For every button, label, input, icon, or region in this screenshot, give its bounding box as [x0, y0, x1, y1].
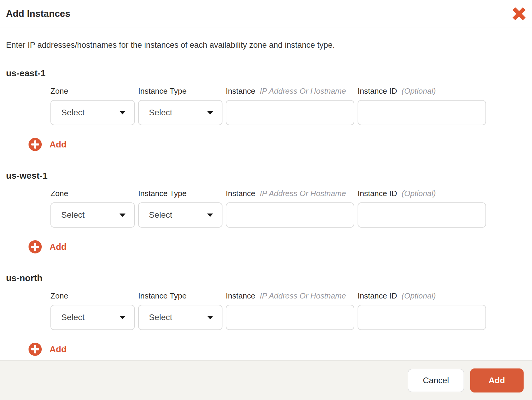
instance-type-field: Instance Type Select — [138, 189, 222, 228]
instance-id-field: Instance ID (Optional) — [358, 86, 486, 125]
modal-description: Enter IP addresses/hostnames for the ins… — [6, 40, 526, 50]
instance-label: Instance — [226, 291, 255, 301]
instance-type-select-value: Select — [149, 313, 172, 322]
instance-hint: IP Address Or Hostname — [260, 189, 346, 198]
modal-footer: Cancel Add — [0, 360, 532, 400]
instance-input[interactable] — [226, 305, 354, 330]
instance-input[interactable] — [226, 100, 354, 125]
zone-label: Zone — [50, 189, 68, 198]
instance-type-select-value: Select — [149, 108, 172, 117]
instance-fields-row: Zone Select Instance Type Select — [50, 291, 526, 330]
instance-type-select-value: Select — [149, 210, 172, 220]
plus-circle-icon — [29, 138, 42, 151]
zone-label: Zone — [50, 291, 68, 301]
zone-section-us-north: us-north Zone Select Instance Type — [6, 273, 526, 356]
instance-id-hint: (Optional) — [402, 86, 436, 96]
close-button[interactable] — [511, 6, 527, 22]
instance-id-field: Instance ID (Optional) — [358, 189, 486, 228]
zone-section-title: us-north — [6, 273, 526, 283]
zone-field: Zone Select — [50, 189, 135, 228]
add-link-label: Add — [50, 344, 66, 354]
instance-label: Instance — [226, 189, 255, 198]
zone-section-us-east-1: us-east-1 Zone Select Instance Typ — [6, 68, 526, 151]
zone-select-value: Select — [61, 313, 85, 322]
instance-id-label: Instance ID — [358, 291, 397, 301]
chevron-down-icon — [207, 315, 213, 320]
instance-label: Instance — [226, 86, 255, 96]
instance-type-label: Instance Type — [138, 291, 186, 301]
add-link-label: Add — [50, 140, 66, 150]
zone-field: Zone Select — [50, 86, 135, 125]
chevron-down-icon — [207, 111, 213, 115]
instance-field: Instance IP Address Or Hostname — [226, 291, 354, 330]
instance-input[interactable] — [226, 202, 354, 228]
chevron-down-icon — [119, 315, 126, 320]
zone-select[interactable]: Select — [50, 100, 135, 125]
add-instance-link[interactable]: Add — [29, 138, 66, 151]
instance-id-hint: (Optional) — [402, 189, 436, 198]
instance-field: Instance IP Address Or Hostname — [226, 86, 354, 125]
instance-type-field: Instance Type Select — [138, 86, 222, 125]
close-icon — [512, 8, 526, 20]
instance-field: Instance IP Address Or Hostname — [226, 189, 354, 228]
instance-id-label: Instance ID — [358, 189, 397, 198]
zone-select-value: Select — [61, 108, 85, 117]
instance-type-select[interactable]: Select — [138, 202, 222, 228]
zone-label: Zone — [50, 86, 68, 96]
instance-id-input[interactable] — [358, 305, 486, 330]
instance-fields-row: Zone Select Instance Type Select — [50, 189, 526, 228]
zone-section-title: us-east-1 — [6, 68, 526, 79]
plus-circle-icon — [29, 343, 42, 356]
instance-id-label: Instance ID — [358, 86, 397, 96]
zone-section-us-west-1: us-west-1 Zone Select Instance Typ — [6, 170, 526, 253]
add-instance-link[interactable]: Add — [29, 240, 66, 253]
add-instance-link[interactable]: Add — [29, 343, 66, 356]
instance-type-label: Instance Type — [138, 86, 186, 96]
modal-title: Add Instances — [6, 8, 70, 19]
zone-section-title: us-west-1 — [6, 170, 526, 181]
instance-type-select[interactable]: Select — [138, 305, 222, 330]
add-link-label: Add — [50, 242, 66, 252]
instance-type-label: Instance Type — [138, 189, 186, 198]
instance-id-field: Instance ID (Optional) — [358, 291, 486, 330]
cancel-button[interactable]: Cancel — [408, 369, 464, 392]
instance-type-field: Instance Type Select — [138, 291, 222, 330]
add-instances-modal: Add Instances Enter IP addresses/hostnam… — [0, 0, 532, 400]
modal-header: Add Instances — [0, 0, 532, 28]
zone-select-value: Select — [61, 210, 85, 220]
modal-body: Enter IP addresses/hostnames for the ins… — [0, 28, 532, 356]
instance-id-input[interactable] — [358, 202, 486, 228]
chevron-down-icon — [207, 213, 213, 217]
instance-type-select[interactable]: Select — [138, 100, 222, 125]
chevron-down-icon — [119, 111, 126, 115]
zone-select[interactable]: Select — [50, 202, 135, 228]
instance-hint: IP Address Or Hostname — [260, 291, 346, 301]
plus-circle-icon — [29, 240, 42, 253]
instance-id-hint: (Optional) — [402, 291, 436, 301]
instance-hint: IP Address Or Hostname — [260, 86, 346, 96]
chevron-down-icon — [119, 213, 126, 217]
zone-field: Zone Select — [50, 291, 135, 330]
instance-id-input[interactable] — [358, 100, 486, 125]
add-button[interactable]: Add — [470, 368, 524, 392]
instance-fields-row: Zone Select Instance Type Select — [50, 86, 526, 125]
zone-select[interactable]: Select — [50, 305, 135, 330]
